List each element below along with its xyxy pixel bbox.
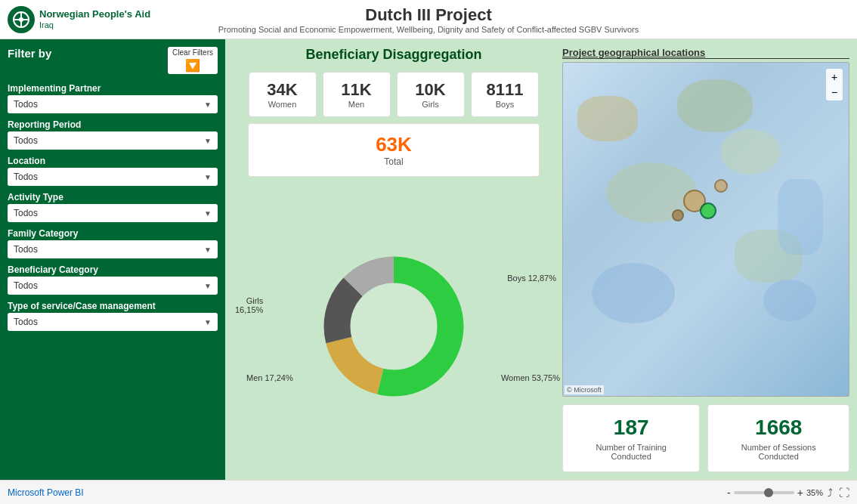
- content-top: Beneficiary Disaggregation 34K Women 11K…: [233, 47, 849, 472]
- page-subtitle: Promoting Social and Economic Empowermen…: [218, 25, 639, 34]
- map-zoom-in-button[interactable]: +: [828, 70, 841, 84]
- water-1: [592, 263, 675, 323]
- filter-label-reporting-period: Reporting Period: [8, 119, 218, 130]
- stat-value-women: 34K: [265, 80, 301, 100]
- map-section: Project geographical locations: [562, 47, 849, 472]
- label-girls-text: Girls: [235, 296, 263, 305]
- zoom-level: 35%: [806, 488, 823, 497]
- map-title: Project geographical locations: [562, 47, 849, 59]
- logo-sub: Iraq: [39, 20, 150, 30]
- select-wrapper-reporting-period: Todos: [8, 131, 218, 150]
- select-family-category[interactable]: Todos: [8, 240, 218, 258]
- select-activity-type[interactable]: Todos: [8, 204, 218, 222]
- zoom-out-button[interactable]: -: [727, 487, 731, 499]
- footer-controls: - + 35% ⤴ ⛶: [727, 487, 849, 499]
- zoom-in-button[interactable]: +: [797, 487, 803, 499]
- filter-service-type: Type of service/Case management Todos: [8, 301, 218, 331]
- logo-name: Norwegian People's Aid: [39, 8, 150, 20]
- donut-inner: [351, 283, 437, 369]
- select-wrapper-location: Todos: [8, 168, 218, 186]
- stat-value-sessions: 1668: [723, 416, 834, 440]
- map-marker-4: [672, 209, 684, 221]
- terrain-1: [577, 96, 638, 141]
- stat-label-training: Number of Training Conducted: [578, 443, 684, 461]
- stat-label-women: Women: [265, 100, 301, 109]
- stat-label-girls: Girls: [413, 100, 449, 109]
- clear-filters-label: Clear Filters: [172, 48, 213, 57]
- map-background: + − © Microsoft: [563, 63, 849, 396]
- content-area: Beneficiary Disaggregation 34K Women 11K…: [225, 39, 857, 480]
- donut-chart: [318, 251, 469, 402]
- stats-cards: 34K Women 11K Men 10K Girls 8111: [233, 72, 555, 117]
- select-wrapper-service-type: Todos: [8, 313, 218, 331]
- select-wrapper-implementing-partner: Todos: [8, 95, 218, 113]
- filter-label-activity-type: Activity Type: [8, 192, 218, 203]
- label-women-text: Women 53,75%: [501, 373, 560, 382]
- label-boys-text: Boys 12,87%: [507, 274, 556, 283]
- chart-section: Girls 16,15% Men 17,24% Boys 12,87%: [233, 183, 555, 472]
- sidebar: Filter by Clear Filters 🔽 Implementing P…: [0, 39, 225, 480]
- select-wrapper-beneficiary-category: Todos: [8, 277, 218, 295]
- total-value: 63K: [258, 133, 530, 156]
- map-container[interactable]: + − © Microsoft: [562, 62, 849, 397]
- filter-label-implementing-partner: Implementing Partner: [8, 83, 218, 94]
- zoom-slider[interactable]: [734, 491, 794, 494]
- stat-card-men: 11K Men: [323, 72, 391, 117]
- stat-value-girls: 10K: [413, 80, 449, 100]
- logo-text: Norwegian People's Aid Iraq: [39, 8, 150, 30]
- stat-card-sessions: 1668 Number of Sessions Conducted: [707, 404, 849, 472]
- map-zoom-out-button[interactable]: −: [828, 85, 841, 99]
- label-women: Women 53,75%: [501, 373, 560, 382]
- filter-label-family-category: Family Category: [8, 228, 218, 239]
- powerbi-link[interactable]: Microsoft Power BI: [8, 487, 84, 498]
- header: Norwegian People's Aid Iraq Dutch III Pr…: [0, 0, 857, 39]
- page-title: Dutch III Project: [218, 5, 639, 25]
- filter-reporting-period: Reporting Period Todos: [8, 119, 218, 150]
- select-service-type[interactable]: Todos: [8, 313, 218, 331]
- select-implementing-partner[interactable]: Todos: [8, 95, 218, 113]
- footer: Microsoft Power BI - + 35% ⤴ ⛶: [0, 480, 857, 504]
- beneficiary-title: Beneficiary Disaggregation: [233, 47, 555, 63]
- clear-filters-button[interactable]: Clear Filters 🔽: [168, 47, 218, 74]
- filter-title: Filter by: [8, 47, 51, 60]
- stat-value-training: 187: [578, 416, 684, 440]
- label-men: Men 17,24%: [246, 373, 293, 382]
- header-center: Dutch III Project Promoting Social and E…: [218, 5, 639, 34]
- select-reporting-period[interactable]: Todos: [8, 131, 218, 150]
- expand-icon[interactable]: ⛶: [839, 487, 849, 499]
- terrain-3: [677, 79, 753, 132]
- donut-wrapper: Girls 16,15% Men 17,24% Boys 12,87%: [318, 251, 469, 405]
- map-attribution: © Microsoft: [565, 385, 604, 394]
- stat-card-girls: 10K Girls: [397, 72, 465, 117]
- filter-header: Filter by Clear Filters 🔽: [8, 47, 218, 74]
- beneficiary-section: Beneficiary Disaggregation 34K Women 11K…: [233, 47, 555, 472]
- filter-label-location: Location: [8, 156, 218, 166]
- filter-icon: 🔽: [185, 58, 200, 73]
- stat-card-women: 34K Women: [249, 72, 317, 117]
- filter-family-category: Family Category Todos: [8, 228, 218, 258]
- select-wrapper-family-category: Todos: [8, 240, 218, 258]
- select-wrapper-activity-type: Todos: [8, 204, 218, 222]
- stat-label-men: Men: [339, 100, 375, 109]
- zoom-thumb[interactable]: [764, 488, 773, 497]
- main-body: Filter by Clear Filters 🔽 Implementing P…: [0, 39, 857, 480]
- water-3: [778, 179, 823, 255]
- total-label: Total: [258, 156, 530, 167]
- footer-icons: ⤴ ⛶: [828, 487, 849, 499]
- map-marker-2: [700, 203, 716, 219]
- app-container: Norwegian People's Aid Iraq Dutch III Pr…: [0, 0, 857, 504]
- label-girls-pct: 16,15%: [235, 305, 263, 314]
- logo-icon: [8, 6, 35, 33]
- filter-label-service-type: Type of service/Case management: [8, 301, 218, 311]
- select-beneficiary-category[interactable]: Todos: [8, 277, 218, 295]
- stat-card-boys: 8111 Boys: [471, 72, 540, 117]
- label-boys: Boys 12,87%: [507, 274, 556, 283]
- share-icon[interactable]: ⤴: [828, 487, 833, 499]
- svg-point-1: [19, 17, 23, 22]
- stat-label-boys: Boys: [487, 100, 524, 109]
- map-zoom-controls: + −: [826, 69, 843, 100]
- filter-implementing-partner: Implementing Partner Todos: [8, 83, 218, 113]
- label-men-text: Men 17,24%: [246, 373, 293, 382]
- logo-area: Norwegian People's Aid Iraq: [8, 6, 150, 33]
- select-location[interactable]: Todos: [8, 168, 218, 186]
